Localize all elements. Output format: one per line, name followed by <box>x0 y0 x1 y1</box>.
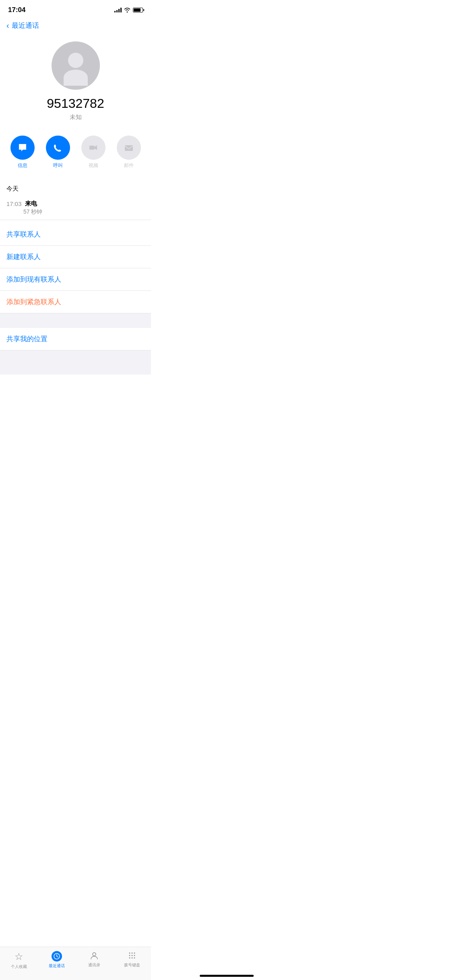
avatar-person <box>64 53 88 86</box>
gray-spacer-2 <box>0 350 151 375</box>
menu-section: 共享联系人 新建联系人 添加到现有联系人 添加到紧急联系人 <box>0 223 151 313</box>
add-existing-button[interactable]: 添加到现有联系人 <box>0 268 151 291</box>
call-item: 17:03 来电 57 秒钟 <box>0 196 151 220</box>
status-time: 17:04 <box>8 6 25 14</box>
call-history-section: 今天 17:03 来电 57 秒钟 <box>0 180 151 220</box>
avatar-head <box>68 53 83 68</box>
gray-spacer-1 <box>0 313 151 328</box>
back-label: 最近通话 <box>12 21 39 30</box>
share-location-button[interactable]: 共享我的位置 <box>0 328 151 350</box>
call-type: 来电 <box>25 200 37 208</box>
action-buttons: 信息 呼叫 视频 邮件 <box>0 129 151 177</box>
mail-action: 邮件 <box>117 136 141 169</box>
video-action: 视频 <box>81 136 105 169</box>
contact-section: 95132782 未知 <box>0 35 151 129</box>
call-history-header: 今天 <box>0 180 151 196</box>
tab-bar-spacer <box>0 375 151 408</box>
call-label: 呼叫 <box>53 162 63 169</box>
share-contact-button[interactable]: 共享联系人 <box>0 223 151 246</box>
avatar <box>52 41 100 90</box>
nav-bar: ‹ 最近通话 <box>0 18 151 35</box>
video-circle <box>81 136 105 160</box>
back-chevron-icon: ‹ <box>6 21 9 30</box>
contact-number: 95132782 <box>47 96 104 111</box>
message-circle <box>10 136 35 160</box>
mail-label: 邮件 <box>124 162 134 169</box>
avatar-body <box>64 70 88 86</box>
video-label: 视频 <box>89 162 98 169</box>
status-bar: 17:04 <box>0 0 151 18</box>
svg-rect-0 <box>125 145 133 151</box>
mail-circle <box>117 136 141 160</box>
call-time-row: 17:03 来电 <box>6 200 145 208</box>
call-time: 17:03 <box>6 200 22 207</box>
back-button[interactable]: ‹ 最近通话 <box>6 21 39 30</box>
battery-icon <box>133 8 143 12</box>
wifi-icon <box>124 8 130 12</box>
add-emergency-button[interactable]: 添加到紧急联系人 <box>0 291 151 313</box>
signal-icon <box>114 8 122 12</box>
call-duration: 57 秒钟 <box>6 208 145 216</box>
call-circle <box>46 136 70 160</box>
new-contact-button[interactable]: 新建联系人 <box>0 246 151 268</box>
message-label: 信息 <box>18 162 27 169</box>
status-icons <box>114 8 143 12</box>
contact-label: 未知 <box>70 113 82 121</box>
call-action[interactable]: 呼叫 <box>46 136 70 169</box>
message-action[interactable]: 信息 <box>10 136 35 169</box>
